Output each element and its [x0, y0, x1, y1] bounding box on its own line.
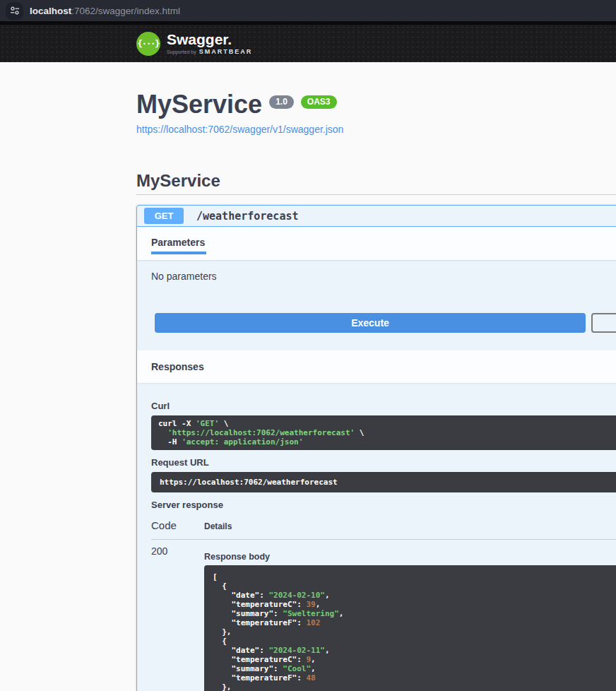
status-code: 200: [151, 545, 204, 691]
response-body-label: Response body: [204, 552, 616, 562]
supported-by-label: Supported by: [167, 49, 196, 54]
tune-icon: [10, 6, 20, 16]
code-column-header: Code: [151, 519, 204, 531]
swagger-page: MyService 1.0 OAS3 https://localhost:706…: [136, 62, 616, 691]
site-settings-button[interactable]: [6, 2, 23, 20]
version-badge: 1.0: [269, 95, 294, 109]
tab-parameters[interactable]: Parameters: [151, 237, 205, 254]
clear-button[interactable]: Clear: [591, 313, 616, 333]
execute-button[interactable]: Execute: [155, 313, 586, 333]
curl-label: Curl: [151, 401, 616, 411]
tag-section-header[interactable]: MyService: [136, 171, 616, 195]
response-row-200: 200 Response body [ { "date": "2024-02-1…: [151, 540, 616, 691]
request-url-label: Request URL: [151, 457, 616, 468]
spec-json-link[interactable]: https://localhost:7062/swagger/v1/swagge…: [136, 124, 343, 135]
url-text[interactable]: localhost:7062/swagger/index.html: [30, 6, 180, 16]
opblock-summary[interactable]: GET /weatherforecast: [137, 206, 616, 227]
page-title: MyService: [136, 92, 262, 117]
curl-command[interactable]: curl -X 'GET' \ 'https://localhost:7062/…: [151, 415, 616, 450]
responses-title: Responses: [151, 361, 204, 372]
parameters-section-header: Parameters: [137, 227, 616, 260]
tab-parameters-label: Parameters: [151, 237, 205, 248]
swagger-logo[interactable]: {···} Swagger. Supported by SMARTBEAR: [136, 32, 252, 56]
http-method-badge: GET: [144, 208, 184, 224]
get-weatherforecast-opblock: GET /weatherforecast Parameters No param…: [136, 205, 616, 691]
swagger-topbar: {···} Swagger. Supported by SMARTBEAR: [0, 25, 616, 62]
endpoint-path: /weatherforecast: [196, 210, 299, 223]
url-host: localhost: [30, 6, 71, 16]
browser-address-bar[interactable]: localhost:7062/swagger/index.html: [0, 0, 616, 21]
oas3-badge: OAS3: [301, 95, 337, 109]
no-parameters-text: No parameters: [151, 271, 217, 282]
smartbear-brand: SMARTBEAR: [199, 48, 253, 55]
url-path: :7062/swagger/index.html: [71, 6, 180, 16]
details-column-header: Details: [204, 521, 232, 531]
response-body-json: [ { "date": "2024-02-10", "temperatureC"…: [204, 565, 616, 691]
server-response-label: Server response: [151, 500, 616, 510]
request-url-value: https://localhost:7062/weatherforecast: [151, 472, 616, 492]
swagger-braces-icon: {···}: [136, 32, 160, 56]
swagger-wordmark: Swagger.: [167, 32, 252, 47]
